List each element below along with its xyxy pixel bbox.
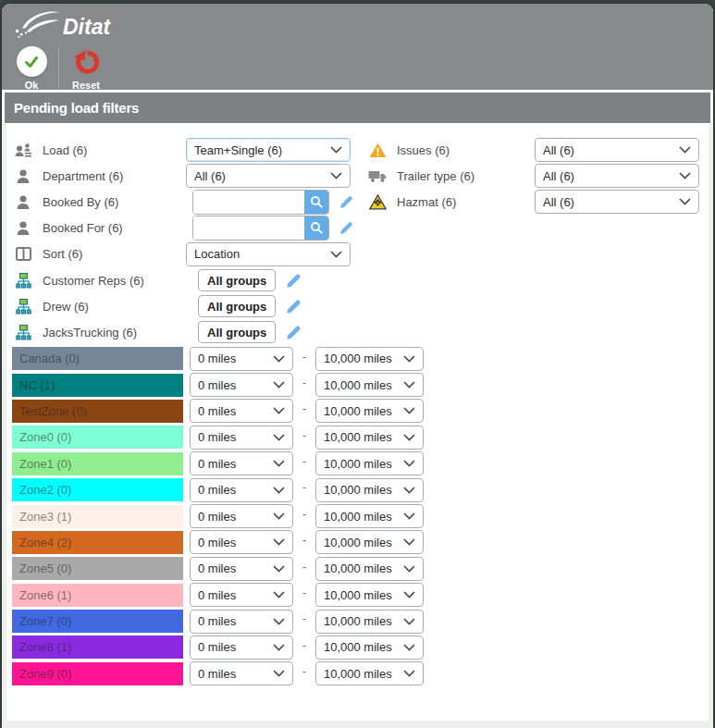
sort-select[interactable]: Location (186, 242, 351, 266)
jackstrucking-groups-button[interactable]: All groups (198, 321, 276, 343)
zone-max-miles-value: 10,000 miles (324, 640, 392, 654)
zone-max-miles-select[interactable]: 10,000 miles (315, 530, 424, 554)
trailer-type-select[interactable]: All (6) (535, 164, 699, 188)
zone-max-miles-select[interactable]: 10,000 miles (315, 347, 424, 371)
zone-min-miles-value: 0 miles (198, 404, 236, 418)
zone-min-miles-select[interactable]: 0 miles (190, 478, 293, 502)
ok-label: Ok (25, 80, 39, 91)
reset-button[interactable]: Reset (63, 46, 109, 91)
zone-max-miles-value: 10,000 miles (324, 614, 392, 628)
chevron-down-icon (403, 644, 415, 651)
chevron-down-icon (273, 434, 285, 441)
load-select[interactable]: Team+Single (6) (186, 138, 351, 162)
zone-max-miles-select[interactable]: 10,000 miles (315, 661, 424, 685)
hazmat-select[interactable]: All (6) (535, 190, 699, 214)
zone-min-miles-value: 0 miles (198, 536, 236, 549)
dialog-title: Pending load filters (5, 93, 710, 123)
zone-max-miles-select[interactable]: 10,000 miles (315, 373, 424, 397)
jackstrucking-edit-pencil-icon[interactable] (285, 324, 302, 341)
zone-color-bar[interactable]: Zone1 (0) (12, 452, 183, 475)
booked-by-search-button[interactable] (304, 191, 328, 214)
zone-min-miles-select[interactable]: 0 miles (190, 530, 293, 554)
zone-color-bar[interactable]: Zone3 (1) (12, 505, 183, 528)
zone-min-miles-select[interactable]: 0 miles (190, 426, 293, 450)
drew-edit-pencil-icon[interactable] (285, 298, 302, 315)
zone-max-miles-value: 10,000 miles (324, 430, 392, 444)
filter-label: Booked For (6) (43, 221, 123, 235)
person-icon (14, 168, 32, 184)
zone-label: Canada (0) (19, 352, 80, 365)
filter-label: Department (6) (43, 169, 123, 183)
zone-row: Zone7 (0) 0 miles - 10,000 miles (6, 608, 709, 634)
booked-for-edit-pencil-icon[interactable] (339, 220, 354, 236)
zone-min-miles-select[interactable]: 0 miles (190, 635, 293, 660)
ditat-logo-text: Ditat (63, 15, 111, 39)
booked-by-edit-pencil-icon[interactable] (339, 194, 354, 210)
zone-min-miles-select[interactable]: 0 miles (190, 661, 293, 685)
zone-min-miles-select[interactable]: 0 miles (190, 583, 293, 607)
filter-label: Booked By (6) (43, 195, 118, 209)
zone-max-miles-select[interactable]: 10,000 miles (315, 399, 424, 423)
zones-list: Canada (0) 0 miles - 10,000 miles NC (1)… (6, 346, 709, 687)
zone-color-bar[interactable]: Canada (0) (12, 347, 183, 370)
zone-color-bar[interactable]: Zone5 (0) (12, 557, 183, 580)
department-select[interactable]: All (6) (186, 164, 351, 188)
filter-label: Issues (6) (397, 143, 450, 157)
issues-select[interactable]: All (6) (535, 138, 699, 162)
zone-range-separator: - (302, 402, 306, 415)
zone-min-miles-value: 0 miles (198, 614, 236, 628)
zone-min-miles-select[interactable]: 0 miles (190, 373, 293, 397)
zone-label: Zone9 (0) (19, 667, 71, 681)
drew-groups-button[interactable]: All groups (198, 295, 276, 317)
filters-content: Load (6) Team+Single (6) (6, 123, 709, 721)
booked-by-input[interactable] (193, 191, 304, 214)
sort-select-value: Location (194, 247, 240, 261)
zone-min-miles-select[interactable]: 0 miles (190, 347, 293, 371)
filter-label-wrap: Load (6) (6, 142, 186, 158)
zone-range-separator: - (302, 351, 306, 364)
zone-min-miles-select[interactable]: 0 miles (190, 557, 293, 581)
zone-color-bar[interactable]: Zone0 (0) (12, 426, 183, 449)
zone-max-miles-select[interactable]: 10,000 miles (315, 557, 424, 581)
zone-max-miles-select[interactable]: 10,000 miles (315, 610, 424, 634)
zone-color-bar[interactable]: Zone4 (2) (12, 531, 183, 554)
zone-color-bar[interactable]: Zone7 (0) (12, 610, 183, 633)
zone-min-miles-select[interactable]: 0 miles (190, 504, 293, 528)
zone-max-miles-value: 10,000 miles (324, 510, 392, 524)
trailer-type-select-value: All (6) (543, 169, 574, 183)
zone-max-miles-select[interactable]: 10,000 miles (315, 451, 424, 475)
booked-for-search-button[interactable] (304, 216, 328, 240)
filter-label-wrap: Customer Reps (6) (6, 273, 186, 289)
zone-min-miles-select[interactable]: 0 miles (190, 451, 293, 475)
zone-max-miles-select[interactable]: 10,000 miles (315, 635, 424, 660)
chevron-down-icon (273, 644, 285, 651)
zone-label: TestZone (0) (19, 404, 87, 418)
zone-max-miles-select[interactable]: 10,000 miles (315, 478, 424, 502)
zone-color-bar[interactable]: Zone8 (1) (12, 635, 183, 659)
zone-max-miles-select[interactable]: 10,000 miles (315, 426, 424, 450)
zone-min-miles-value: 0 miles (198, 510, 236, 524)
filter-row-issues: Issues (6) All (6) (361, 137, 699, 163)
zone-max-miles-value: 10,000 miles (324, 536, 392, 549)
reset-circle (71, 46, 102, 77)
ditat-logo: Ditat (13, 7, 120, 46)
zone-range-separator: - (302, 508, 306, 521)
customer-reps-groups-button[interactable]: All groups (198, 269, 276, 291)
zone-color-bar[interactable]: Zone2 (0) (12, 478, 183, 501)
zone-color-bar[interactable]: NC (1) (12, 374, 183, 397)
zone-min-miles-select[interactable]: 0 miles (190, 399, 293, 423)
zone-min-miles-select[interactable]: 0 miles (190, 610, 293, 634)
zone-range-separator: - (302, 561, 306, 574)
chevron-down-icon (273, 618, 285, 625)
filter-label: JacksTrucking (6) (43, 326, 137, 339)
booked-for-input[interactable] (193, 216, 304, 240)
zone-color-bar[interactable]: Zone6 (1) (12, 584, 183, 607)
zone-max-miles-select[interactable]: 10,000 miles (315, 504, 424, 528)
zone-max-miles-value: 10,000 miles (324, 483, 392, 497)
customer-reps-edit-pencil-icon[interactable] (285, 272, 302, 290)
zone-color-bar[interactable]: TestZone (0) (12, 400, 183, 423)
zone-color-bar[interactable]: Zone9 (0) (12, 662, 183, 685)
zone-max-miles-select[interactable]: 10,000 miles (315, 583, 424, 607)
ok-button[interactable]: Ok (8, 46, 55, 91)
zone-label: NC (1) (19, 378, 55, 392)
